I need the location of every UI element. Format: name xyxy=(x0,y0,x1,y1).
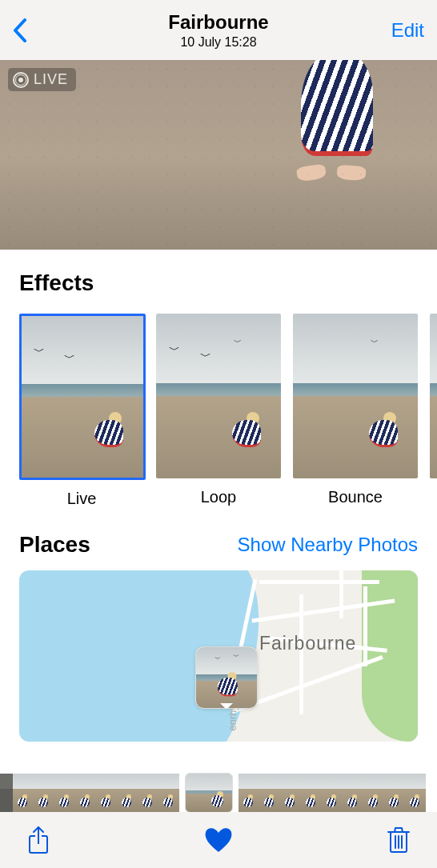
header-bar: Fairbourne 10 July 15:28 Edit xyxy=(0,0,437,60)
effect-thumb: ﹀ xyxy=(293,314,418,478)
main-photo[interactable]: LIVE xyxy=(0,60,437,250)
effect-item-more[interactable] xyxy=(430,314,437,508)
filmstrip-frame[interactable] xyxy=(158,774,179,812)
filmstrip-frame[interactable] xyxy=(117,774,138,812)
chevron-left-icon xyxy=(13,18,27,42)
effects-section: Effects xyxy=(0,250,437,314)
places-title: Places xyxy=(19,532,90,558)
live-icon xyxy=(13,72,29,88)
share-button[interactable] xyxy=(22,824,54,856)
favorite-button[interactable] xyxy=(202,824,235,856)
filmstrip-frame[interactable] xyxy=(0,774,13,812)
header-subtitle: 10 July 15:28 xyxy=(168,35,268,50)
map-photo-marker[interactable]: ﹀﹀ xyxy=(195,646,258,709)
live-label: LIVE xyxy=(34,71,68,88)
back-button[interactable] xyxy=(13,18,45,42)
live-photo-badge[interactable]: LIVE xyxy=(8,68,76,91)
photo-filmstrip[interactable] xyxy=(0,774,437,812)
filmstrip-frame[interactable] xyxy=(363,774,384,812)
filmstrip-right[interactable] xyxy=(239,774,426,812)
filmstrip-frame[interactable] xyxy=(13,774,34,812)
map-place-label: Fairbourne xyxy=(259,633,356,654)
filmstrip-frame[interactable] xyxy=(75,774,96,812)
effects-row[interactable]: ﹀﹀ Live ﹀﹀﹀ Loop ﹀ Bounce xyxy=(0,314,437,514)
bottom-toolbar xyxy=(0,812,437,868)
filmstrip-frame[interactable] xyxy=(259,774,280,812)
places-header: Places Show Nearby Photos xyxy=(0,514,437,566)
filmstrip-frame[interactable] xyxy=(280,774,301,812)
filmstrip-left[interactable] xyxy=(0,774,179,812)
effect-label: Bounce xyxy=(293,488,418,506)
trash-icon xyxy=(386,826,411,854)
filmstrip-frame[interactable] xyxy=(301,774,322,812)
show-nearby-link[interactable]: Show Nearby Photos xyxy=(238,534,418,556)
share-icon xyxy=(26,826,51,854)
heart-icon xyxy=(203,826,234,854)
filmstrip-frame[interactable] xyxy=(34,774,54,812)
header-center: Fairbourne 10 July 15:28 xyxy=(168,11,268,50)
filmstrip-frame[interactable] xyxy=(96,774,117,812)
effect-thumb: ﹀﹀﹀ xyxy=(156,314,281,478)
edit-button[interactable]: Edit xyxy=(391,19,424,42)
filmstrip-frame[interactable] xyxy=(322,774,343,812)
filmstrip-frame[interactable] xyxy=(405,774,426,812)
delete-button[interactable] xyxy=(383,824,415,856)
effect-thumb xyxy=(430,314,437,478)
filmstrip-frame[interactable] xyxy=(384,774,405,812)
filmstrip-frame[interactable] xyxy=(239,774,259,812)
effect-label: Live xyxy=(19,490,144,508)
filmstrip-frame[interactable] xyxy=(343,774,363,812)
places-map[interactable]: Fairbourne enrhyn ﹀﹀ xyxy=(19,570,418,742)
filmstrip-frame[interactable] xyxy=(138,774,158,812)
effect-item-loop[interactable]: ﹀﹀﹀ Loop xyxy=(156,314,281,508)
effect-label: Loop xyxy=(156,488,281,506)
photo-subject xyxy=(293,60,389,188)
effect-item-bounce[interactable]: ﹀ Bounce xyxy=(293,314,418,508)
effect-item-live[interactable]: ﹀﹀ Live xyxy=(19,314,144,508)
filmstrip-frame[interactable] xyxy=(54,774,75,812)
filmstrip-current[interactable] xyxy=(186,774,232,812)
header-title: Fairbourne xyxy=(168,11,268,34)
effects-title: Effects xyxy=(19,270,418,296)
effect-thumb: ﹀﹀ xyxy=(19,314,146,480)
